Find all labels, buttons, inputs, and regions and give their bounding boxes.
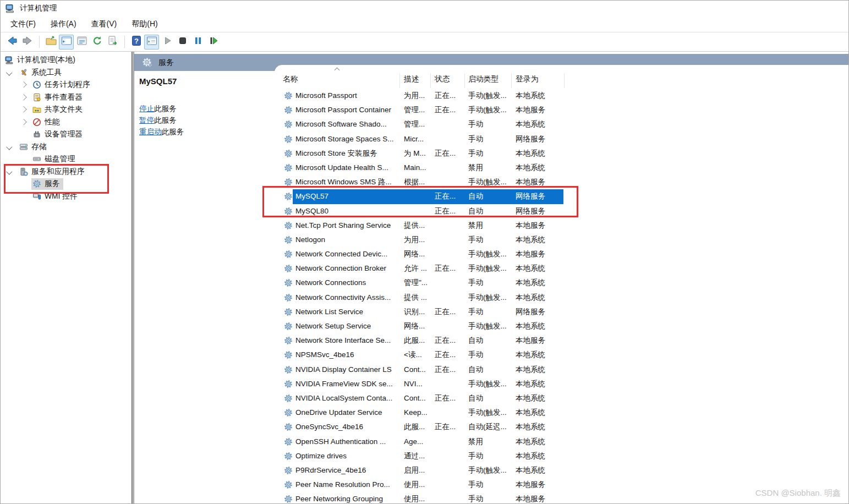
- tree-item-label: 服务和应用程序: [31, 167, 85, 177]
- toolbar-button-export-folder[interactable]: [43, 35, 58, 50]
- toolbar-button-restart-service[interactable]: [206, 35, 221, 50]
- service-name-cell: MySQL57: [295, 189, 328, 204]
- tree-item-system-tools[interactable]: 系统工具: [1, 67, 130, 79]
- chevron-right-icon[interactable]: [20, 106, 26, 112]
- service-row-net-tcp-port-sharing-service[interactable]: Net.Tcp Port Sharing Service提供...禁用本地服务: [275, 218, 848, 233]
- service-row-microsoft-windows-sms[interactable]: Microsoft Windows SMS 路...根据...手动(触发...本…: [275, 175, 848, 189]
- service-row-network-list-service[interactable]: Network List Service识别...正在...手动网络服务: [275, 305, 848, 319]
- service-row-mysql80[interactable]: MySQL80正在...自动网络服务: [275, 204, 848, 218]
- menu-item-help[interactable]: 帮助(H): [129, 18, 160, 30]
- tree-item-content: 服务: [31, 178, 63, 190]
- stop-service-link[interactable]: 停止此服务: [139, 103, 184, 114]
- tree-item-wmi-control[interactable]: WMI 控件: [1, 190, 130, 203]
- stop-service-link-anchor[interactable]: 停止: [139, 105, 154, 113]
- column-header-name[interactable]: 名称: [283, 74, 298, 84]
- column-header-description[interactable]: 描述: [404, 74, 419, 84]
- service-row-microsoft-passport[interactable]: Microsoft Passport为用...正在...手动(触发...本地系统: [275, 89, 848, 103]
- service-gear-icon: [284, 221, 293, 230]
- toolbar-button-help[interactable]: ?: [129, 35, 144, 50]
- service-row-mysql57[interactable]: MySQL57正在...自动网络服务: [275, 189, 848, 204]
- startup-type-cell: 禁用: [468, 218, 483, 233]
- service-row-nvidia-frameview-sdk-se[interactable]: NVIDIA FrameView SDK se...NVI...手动(触发...…: [275, 377, 848, 391]
- service-name-cell: Network Setup Service: [295, 319, 371, 333]
- description-cell: 管理...: [404, 103, 425, 117]
- tree-item-device-manager[interactable]: 设备管理器: [1, 128, 130, 141]
- status-cell: 正在...: [435, 363, 456, 377]
- tree-item-disk-management[interactable]: 磁盘管理: [1, 153, 130, 166]
- service-row-netlogon[interactable]: Netlogon为用...手动本地系统: [275, 233, 848, 247]
- menu-item-view[interactable]: 查看(V): [89, 18, 119, 30]
- startup-type-cell: 自动(延迟...: [468, 420, 507, 434]
- service-row-nvidia-localsystem-conta[interactable]: NVIDIA LocalSystem Conta...Cont...正在...自…: [275, 391, 848, 406]
- service-gear-icon: [284, 235, 293, 244]
- toolbar-button-start-service[interactable]: [160, 35, 174, 50]
- chevron-right-icon[interactable]: [20, 119, 26, 125]
- help-icon: ?: [130, 35, 143, 49]
- chevron-right-icon[interactable]: [20, 94, 26, 100]
- toolbar-button-export-list[interactable]: [105, 35, 120, 50]
- tree-item-performance[interactable]: 性能: [1, 116, 130, 129]
- service-row-network-connection-broker[interactable]: Network Connection Broker允许 ...正在...手动(触…: [275, 261, 848, 276]
- menu-item-file[interactable]: 文件(F): [8, 18, 38, 30]
- chevron-down-icon[interactable]: [6, 144, 12, 150]
- tree-item-services-and-applications[interactable]: 服务和应用程序: [1, 166, 130, 178]
- tree-item-task-scheduler[interactable]: 任务计划程序: [1, 79, 130, 91]
- service-row-network-setup-service[interactable]: Network Setup Service网络...手动(触发...本地系统: [275, 319, 848, 333]
- service-row-nvidia-display-container-ls[interactable]: NVIDIA Display Container LSCont...正在...自…: [275, 363, 848, 377]
- service-row-microsoft-update-health-s[interactable]: Microsoft Update Health S...Main...禁用本地系…: [275, 161, 848, 175]
- svg-text:?: ?: [134, 37, 139, 45]
- service-row-optimize-drives[interactable]: Optimize drives通过...手动本地系统: [275, 449, 848, 463]
- column-header-startup-type[interactable]: 启动类型: [468, 74, 499, 84]
- service-row-network-connected-devic[interactable]: Network Connected Devic...网络...手动(触发...本…: [275, 247, 848, 261]
- service-row-microsoft-software-shado[interactable]: Microsoft Software Shado...管理...手动本地系统: [275, 117, 848, 132]
- chevron-down-icon[interactable]: [6, 168, 12, 174]
- service-row-network-connectivity-assis[interactable]: Network Connectivity Assis...提供 ...手动(触发…: [275, 291, 848, 305]
- tree-item-services[interactable]: 服务: [1, 178, 130, 190]
- description-cell: 提供...: [404, 218, 425, 233]
- service-name-cell: Microsoft Store 安装服务: [295, 146, 377, 161]
- toolbar-button-back[interactable]: [4, 35, 19, 50]
- description-cell: Age...: [404, 435, 423, 449]
- tree-item-content: 共享文件夹: [31, 104, 86, 116]
- chevron-right-icon[interactable]: [20, 81, 26, 87]
- startup-type-cell: 自动: [468, 204, 483, 218]
- service-row-npsmsvc-4be16[interactable]: NPSMSvc_4be16<读...正在...手动本地系统: [275, 348, 848, 362]
- service-row-openssh-authentication[interactable]: OpenSSH Authentication ...Age...禁用本地系统: [275, 435, 848, 449]
- toolbar-button-stop-service[interactable]: [175, 35, 190, 50]
- logon-as-cell: 本地系统: [516, 406, 545, 420]
- column-header-logon-as[interactable]: 登录为: [516, 74, 538, 84]
- service-row-onesyncsvc-4be16[interactable]: OneSyncSvc_4be16此服...正在...自动(延迟...本地系统: [275, 420, 848, 434]
- description-cell: <读...: [404, 348, 422, 362]
- restart-service-link[interactable]: 重启动此服务: [139, 126, 184, 138]
- tree-item-computer-management-local[interactable]: 计算机管理(本地): [1, 54, 130, 67]
- service-row-microsoft-storage-spaces-s[interactable]: Microsoft Storage Spaces S...Micr...手动网络…: [275, 132, 848, 146]
- status-cell: 正在...: [435, 333, 456, 348]
- service-gear-icon: [284, 308, 293, 316]
- toolbar-button-show-hide-console-tree[interactable]: [59, 35, 74, 50]
- toolbar-button-pause-service[interactable]: [190, 35, 205, 50]
- service-row-p9rdrservice-4be16[interactable]: P9RdrService_4be16启用...手动(触发...本地系统: [275, 463, 848, 478]
- toolbar-button-refresh[interactable]: [90, 35, 105, 50]
- menu-item-action[interactable]: 操作(A): [48, 18, 79, 30]
- window-action-icon: [146, 35, 158, 49]
- column-header-status[interactable]: 状态: [435, 74, 450, 84]
- service-row-network-store-interface-se[interactable]: Network Store Interface Se...此服...正在...自…: [275, 333, 848, 348]
- toolbar-button-forward[interactable]: [20, 35, 35, 50]
- restart-service-link-anchor[interactable]: 重启动: [139, 128, 162, 136]
- tree-item-label: 事件查看器: [45, 92, 83, 102]
- tree-item-content: 服务和应用程序: [18, 166, 88, 178]
- tree-item-event-viewer[interactable]: 事件查看器: [1, 91, 130, 104]
- pause-service-link-anchor[interactable]: 暂停: [139, 116, 154, 124]
- pause-service-link[interactable]: 暂停此服务: [139, 114, 184, 126]
- chevron-down-icon[interactable]: [6, 69, 12, 75]
- toolbar-button-show-hide-action-pane[interactable]: [144, 35, 159, 50]
- toolbar-button-properties[interactable]: [74, 35, 89, 50]
- service-row-microsoft-passport-container[interactable]: Microsoft Passport Container管理...正在...手动…: [275, 103, 848, 117]
- service-row-network-connections[interactable]: Network Connections管理"...手动本地系统: [275, 276, 848, 290]
- tree-item-storage[interactable]: 存储: [1, 141, 130, 154]
- startup-type-cell: 自动: [468, 189, 483, 204]
- tree-item-shared-folders[interactable]: 共享文件夹: [1, 103, 130, 116]
- service-row-microsoft-store[interactable]: Microsoft Store 安装服务为 M...正在...手动本地系统: [275, 146, 848, 161]
- service-row-onedrive-updater-service[interactable]: OneDrive Updater ServiceKeep...手动(触发...本…: [275, 406, 848, 420]
- logon-as-cell: 网络服务: [516, 305, 545, 319]
